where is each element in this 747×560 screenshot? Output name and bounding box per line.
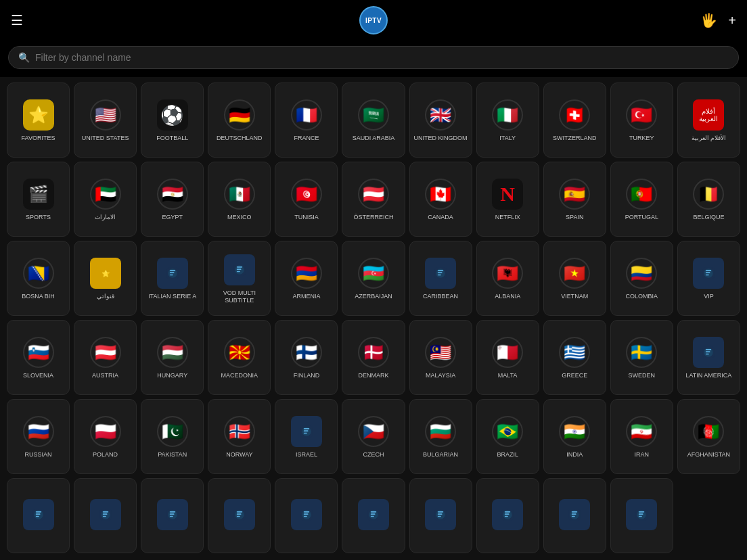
channel-item-more3[interactable] bbox=[141, 478, 204, 553]
channel-item-india[interactable]: 🇮🇳INDIA bbox=[543, 399, 606, 474]
channel-item-macedonia[interactable]: 🇲🇰MACEDONIA bbox=[208, 320, 271, 395]
channel-item-portugal[interactable]: 🇵🇹PORTUGAL bbox=[610, 162, 673, 237]
channel-item-caribbean[interactable]: CARIBBEAN bbox=[409, 241, 472, 316]
channel-item-afghanistan[interactable]: 🇦🇫AFGHANISTAN bbox=[677, 399, 740, 474]
iran-flag-icon: 🇮🇷 bbox=[626, 416, 657, 447]
channel-item-more5[interactable] bbox=[275, 478, 338, 553]
channel-item-switzerland[interactable]: 🇨🇭SWITZERLAND bbox=[543, 83, 606, 158]
channel-item-bulgaria[interactable]: 🇧🇬BULGARIAN bbox=[409, 399, 472, 474]
channel-item-more9[interactable] bbox=[543, 478, 606, 553]
channel-item-austria[interactable]: 🇦🇹AUSTRIA bbox=[74, 320, 137, 395]
plus-icon[interactable]: + bbox=[728, 13, 736, 28]
channel-item-mexico[interactable]: 🇲🇽MEXICO bbox=[208, 162, 271, 237]
play-icon-more3 bbox=[157, 499, 188, 530]
channel-item-sweden[interactable]: 🇸🇪SWEDEN bbox=[610, 320, 673, 395]
svg-rect-34 bbox=[35, 515, 39, 517]
play-icon-more8 bbox=[492, 499, 523, 530]
portugal-flag-icon: 🇵🇹 bbox=[626, 179, 657, 210]
channel-item-albania[interactable]: 🇦🇱ALBANIA bbox=[476, 241, 539, 316]
svg-rect-29 bbox=[304, 433, 307, 434]
svg-rect-74 bbox=[572, 515, 575, 517]
channel-item-azerbaijan[interactable]: 🇦🇿AZERBAIJAN bbox=[342, 241, 405, 316]
channel-item-egypt[interactable]: 🇪🇬EGYPT bbox=[141, 162, 204, 237]
channel-label: NORWAY bbox=[226, 451, 252, 459]
channel-item-poland[interactable]: 🇵🇱POLAND bbox=[74, 399, 137, 474]
channel-item-greece[interactable]: 🇬🇷GREECE bbox=[543, 320, 606, 395]
india-flag-icon: 🇮🇳 bbox=[559, 416, 590, 447]
channel-label: ISRAEL bbox=[296, 451, 317, 459]
menu-icon[interactable]: ☰ bbox=[11, 12, 23, 28]
channel-label: MEXICO bbox=[227, 214, 252, 221]
play-icon-more10 bbox=[626, 499, 657, 530]
svg-rect-72 bbox=[572, 511, 577, 513]
channel-item-sports[interactable]: 🎬SPORTS bbox=[7, 162, 70, 237]
channel-item-spain[interactable]: 🇪🇸SPAIN bbox=[543, 162, 606, 237]
svg-rect-2 bbox=[170, 270, 175, 271]
channel-item-deutschland[interactable]: 🇩🇪DEUTSCHLAND bbox=[208, 83, 271, 158]
header-right: 🖐 + bbox=[700, 12, 736, 28]
svg-rect-32 bbox=[35, 511, 41, 513]
spain-flag-icon: 🇪🇸 bbox=[559, 179, 590, 210]
channel-item-bosna-bih[interactable]: 🇧🇦BOSNA BIH bbox=[7, 241, 70, 316]
channel-item-football[interactable]: ⚽FOOTBALL bbox=[141, 83, 204, 158]
play-icon-italian-serie bbox=[157, 258, 188, 289]
channel-item-finland[interactable]: 🇫🇮FINLAND bbox=[275, 320, 338, 395]
channel-item-osterreich[interactable]: 🇦🇹ÖSTERREICH bbox=[342, 162, 405, 237]
channel-item-latin-america[interactable]: LATIN AMERICA bbox=[677, 320, 740, 395]
channel-item-more7[interactable] bbox=[409, 478, 472, 553]
channel-item-hungary[interactable]: 🇭🇺HUNGARY bbox=[141, 320, 204, 395]
channel-item-malta[interactable]: 🇲🇹MALTA bbox=[476, 320, 539, 395]
channel-item-canada[interactable]: 🇨🇦CANADA bbox=[409, 162, 472, 237]
channel-item-denmark[interactable]: 🇩🇰DENMARK bbox=[342, 320, 405, 395]
channel-item-more6[interactable] bbox=[342, 478, 405, 553]
channel-item-italian-serie[interactable]: ITALIAN SERIE A bbox=[141, 241, 204, 316]
channel-item-colombia[interactable]: 🇨🇴COLOMBIA bbox=[610, 241, 673, 316]
channel-item-saudi-arabia[interactable]: 🇸🇦SAUDI ARABIA bbox=[342, 83, 405, 158]
channel-item-czech[interactable]: 🇨🇿CZECH bbox=[342, 399, 405, 474]
channel-item-vod-multi[interactable]: VOD MULTI SUBTITLE bbox=[208, 241, 271, 316]
afghanistan-flag-icon: 🇦🇫 bbox=[693, 416, 724, 447]
channel-item-iran[interactable]: 🇮🇷IRAN bbox=[610, 399, 673, 474]
svg-rect-33 bbox=[35, 513, 40, 515]
greece-flag-icon: 🇬🇷 bbox=[559, 337, 590, 368]
channel-item-malaysia[interactable]: 🇲🇾MALAYSIA bbox=[409, 320, 472, 395]
svg-rect-77 bbox=[639, 511, 644, 513]
search-icon: 🔍 bbox=[18, 52, 30, 63]
channel-item-more4[interactable] bbox=[208, 478, 271, 553]
denmark-flag-icon: 🇩🇰 bbox=[358, 337, 389, 368]
channel-item-italy[interactable]: 🇮🇹ITALY bbox=[476, 83, 539, 158]
channel-item-norway[interactable]: 🇳🇴NORWAY bbox=[208, 399, 271, 474]
channel-item-france[interactable]: 🇫🇷FRANCE bbox=[275, 83, 338, 158]
channel-item-vip[interactable]: VIP bbox=[677, 241, 740, 316]
channel-item-brazil[interactable]: 🇧🇷BRAZIL bbox=[476, 399, 539, 474]
channel-item-more8[interactable] bbox=[476, 478, 539, 553]
bulgaria-flag-icon: 🇧🇬 bbox=[425, 416, 456, 447]
channel-item-more1[interactable] bbox=[7, 478, 70, 553]
channel-item-turkey[interactable]: 🇹🇷TURKEY bbox=[610, 83, 673, 158]
channel-item-armenia[interactable]: 🇦🇲ARMENIA bbox=[275, 241, 338, 316]
channel-item-belgique[interactable]: 🇧🇪BELGIQUE bbox=[677, 162, 740, 237]
channel-item-israel[interactable]: ISRAEL bbox=[275, 399, 338, 474]
channel-item-more2[interactable] bbox=[74, 478, 137, 553]
channel-item-united-states[interactable]: 🇺🇸UNITED STATES bbox=[74, 83, 137, 158]
vietnam-flag-icon: 🇻🇳 bbox=[559, 258, 590, 289]
channel-item-russian[interactable]: 🇷🇺RUSSIAN bbox=[7, 399, 70, 474]
hand-icon[interactable]: 🖐 bbox=[700, 12, 717, 28]
turkey-flag-icon: 🇹🇷 bbox=[626, 99, 657, 131]
channel-item-slovenia[interactable]: 🇸🇮SLOVENIA bbox=[7, 320, 70, 395]
channel-item-arabic-films[interactable]: أفلامالعربيةالأفلام العربية bbox=[677, 83, 740, 158]
channel-item-netflix[interactable]: NNETFLIX bbox=[476, 162, 539, 237]
channel-item-pakistan[interactable]: 🇵🇰PAKISTAN bbox=[141, 399, 204, 474]
channel-item-more10[interactable] bbox=[610, 478, 673, 553]
channel-item-united-kingdom[interactable]: 🇬🇧UNITED KINGDOM bbox=[409, 83, 472, 158]
channel-item-emirates[interactable]: 🇦🇪الامارات bbox=[74, 162, 137, 237]
channel-label: FAVORITES bbox=[22, 135, 55, 142]
channel-item-favorites[interactable]: ⭐FAVORITES bbox=[7, 83, 70, 158]
channel-item-tunisia[interactable]: 🇹🇳TUNISIA bbox=[275, 162, 338, 237]
channel-item-qanat[interactable]: ⭐قنواتي bbox=[74, 241, 137, 316]
search-input[interactable] bbox=[35, 52, 729, 63]
channel-label: ÖSTERREICH bbox=[353, 214, 393, 221]
egypt-flag-icon: 🇪🇬 bbox=[157, 179, 188, 210]
channel-label: HUNGARY bbox=[157, 372, 187, 379]
channel-item-vietnam[interactable]: 🇻🇳VIETNAM bbox=[543, 241, 606, 316]
